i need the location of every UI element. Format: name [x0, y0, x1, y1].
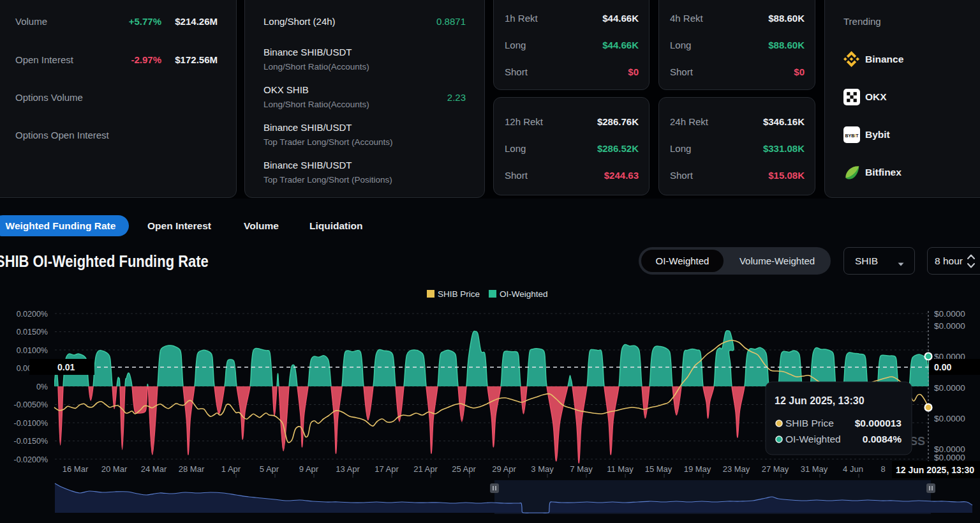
svg-text:29 Apr: 29 Apr	[492, 464, 516, 474]
svg-text:$0.000013: $0.000013	[855, 418, 902, 428]
svg-text:$0.0000: $0.0000	[934, 383, 965, 393]
svg-text:23 May: 23 May	[723, 464, 750, 474]
svg-text:28 Mar: 28 Mar	[179, 464, 205, 474]
svg-text:15 May: 15 May	[645, 464, 672, 474]
svg-text:13 Apr: 13 Apr	[336, 464, 360, 474]
svg-text:31 May: 31 May	[801, 464, 828, 474]
svg-text:-0.0200%: -0.0200%	[13, 455, 48, 464]
svg-text:$0.0000: $0.0000	[934, 453, 965, 462]
svg-text:OI-Weighted: OI-Weighted	[500, 289, 548, 299]
svg-text:SHIB Price: SHIB Price	[438, 289, 480, 299]
svg-text:7 May: 7 May	[570, 464, 593, 474]
svg-text:0.0084%: 0.0084%	[863, 434, 902, 444]
svg-text:0.0150%: 0.0150%	[17, 328, 48, 337]
svg-text:24 Mar: 24 Mar	[141, 464, 167, 474]
svg-text:4 Jun: 4 Jun	[843, 464, 863, 474]
svg-text:$0.0000: $0.0000	[934, 414, 965, 423]
svg-text:-0.0150%: -0.0150%	[13, 437, 48, 446]
svg-text:0.0200%: 0.0200%	[17, 310, 48, 319]
svg-text:21 Apr: 21 Apr	[413, 464, 438, 474]
svg-text:25 Apr: 25 Apr	[452, 464, 476, 474]
svg-text:0.01: 0.01	[57, 362, 75, 372]
svg-text:3 May: 3 May	[531, 464, 554, 474]
svg-text:12 Jun 2025, 13:30: 12 Jun 2025, 13:30	[896, 465, 974, 475]
svg-text:-0.0050%: -0.0050%	[13, 400, 48, 409]
svg-text:1 Apr: 1 Apr	[221, 464, 241, 474]
svg-text:OI-Weighted: OI-Weighted	[785, 434, 841, 444]
svg-text:16 Mar: 16 Mar	[63, 464, 89, 474]
svg-text:BYBIT: BYBIT	[845, 133, 859, 138]
svg-text:SHIB Price: SHIB Price	[785, 418, 834, 428]
svg-text:8: 8	[880, 464, 885, 474]
svg-text:-0.0100%: -0.0100%	[13, 419, 48, 428]
svg-text:5 Apr: 5 Apr	[260, 464, 279, 474]
svg-text:17 Apr: 17 Apr	[375, 464, 399, 474]
svg-text:27 May: 27 May	[762, 464, 789, 474]
svg-text:0.0100%: 0.0100%	[17, 346, 48, 355]
svg-text:19 May: 19 May	[684, 464, 711, 474]
svg-text:12 Jun 2025, 13:30: 12 Jun 2025, 13:30	[775, 395, 865, 406]
svg-text:$0.0000: $0.0000	[934, 309, 965, 319]
svg-text:SS: SS	[910, 435, 925, 448]
svg-text:0%: 0%	[36, 383, 48, 391]
svg-text:$0.0000: $0.0000	[934, 321, 965, 331]
svg-text:20 Mar: 20 Mar	[101, 464, 128, 474]
svg-text:0.00: 0.00	[934, 362, 951, 372]
svg-text:9 Apr: 9 Apr	[299, 464, 319, 474]
svg-text:11 May: 11 May	[607, 464, 634, 474]
